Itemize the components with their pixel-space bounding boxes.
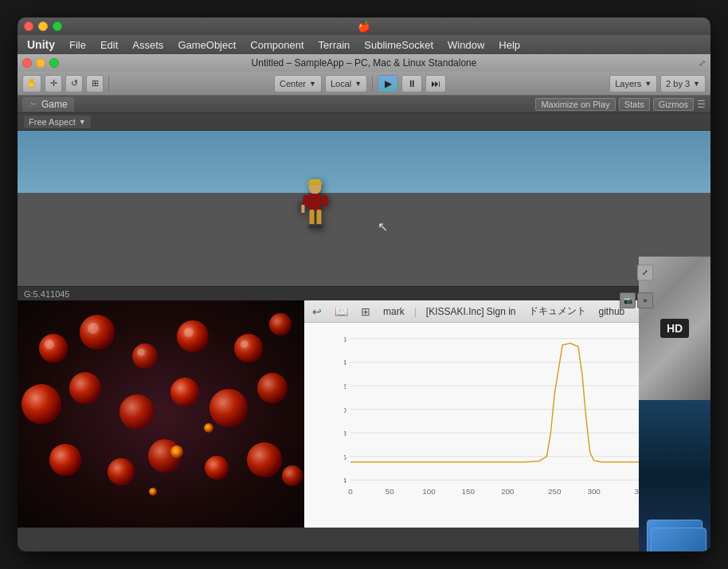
browser-link-kissaki[interactable]: [KISSAKI.Inc] Sign in — [423, 304, 519, 319]
panel-controls: Maximize on Play Stats Gizmos ☰ — [535, 98, 706, 111]
performance-chart: 5.6 5.4 5.2 5.0 4.8 4.6 4.4 0 50 100 150… — [344, 331, 687, 504]
forward-btn[interactable]: » — [637, 292, 653, 308]
nav-grid-icon[interactable]: ⊞ — [358, 304, 374, 320]
maximize-button[interactable] — [53, 22, 62, 31]
svg-point-38 — [241, 340, 249, 348]
aspect-label: Free Aspect — [29, 117, 76, 127]
scale-tool[interactable]: ⊞ — [86, 75, 104, 92]
svg-point-30 — [282, 465, 303, 486]
close-button[interactable] — [24, 22, 33, 31]
menu-gameobject[interactable]: GameObject — [171, 37, 242, 53]
menu-window[interactable]: Window — [441, 37, 491, 53]
svg-point-37 — [184, 328, 194, 337]
mac-title-bar: 🍎 — [18, 18, 710, 35]
layers-label: Layers — [615, 79, 641, 88]
unity-window-controls — [22, 58, 59, 68]
menu-unity[interactable]: Unity — [21, 37, 61, 53]
svg-rect-12 — [18, 300, 304, 528]
svg-rect-4 — [303, 195, 310, 206]
aspect-bar: Free Aspect ▼ — [18, 113, 710, 131]
menu-file[interactable]: File — [63, 37, 92, 53]
unity-close-btn[interactable] — [22, 58, 32, 68]
svg-point-23 — [209, 389, 248, 427]
toolbar-right: Layers ▼ 2 by 3 ▼ — [609, 75, 706, 92]
rotate-tool[interactable]: ↺ — [65, 75, 83, 92]
svg-point-33 — [149, 488, 157, 496]
layout-dropdown[interactable]: 2 by 3 ▼ — [660, 75, 706, 92]
svg-point-25 — [49, 444, 81, 476]
gizmos-btn[interactable]: Gizmos — [653, 98, 694, 111]
svg-point-15 — [132, 343, 158, 369]
move-tool[interactable]: ✛ — [45, 75, 62, 92]
toolbar-sep-1 — [108, 76, 109, 92]
svg-point-28 — [205, 456, 229, 480]
unity-min-btn[interactable] — [36, 58, 45, 68]
svg-rect-8 — [310, 210, 315, 226]
svg-point-17 — [234, 334, 263, 363]
svg-point-13 — [39, 334, 68, 363]
folder-item-2 — [651, 528, 706, 551]
menu-assets[interactable]: Assets — [126, 37, 170, 53]
svg-text:200: 200 — [501, 487, 515, 496]
apple-icon: 🍎 — [358, 21, 370, 33]
layout-arrow-icon: ▼ — [693, 80, 700, 88]
ground-plane — [18, 193, 710, 286]
camera-buttons: 📷 » — [620, 292, 653, 308]
hd-badge: HD — [660, 319, 689, 338]
status-text: G:5.411045 — [24, 289, 70, 299]
nav-book-icon[interactable]: 📖 — [331, 304, 351, 320]
svg-point-21 — [119, 394, 155, 430]
pivot-arrow-icon: ▼ — [309, 80, 316, 88]
svg-point-29 — [247, 442, 282, 477]
layers-dropdown[interactable]: Layers ▼ — [609, 75, 657, 92]
svg-text:4.6: 4.6 — [344, 453, 346, 461]
cursor-icon: ↖ — [378, 219, 388, 234]
sep-1: | — [414, 306, 417, 317]
toolbar-sep-2 — [372, 76, 373, 92]
hand-tool[interactable]: ✋ — [22, 75, 41, 92]
aspect-dropdown[interactable]: Free Aspect ▼ — [24, 116, 91, 128]
panel-menu-icon[interactable]: ☰ — [697, 99, 706, 110]
status-bar: G:5.411045 — [18, 286, 710, 300]
pause-button[interactable]: ⏸ — [401, 75, 422, 92]
layout-label: 2 by 3 — [666, 79, 690, 88]
browser-link-docs[interactable]: ドキュメント — [526, 303, 589, 320]
svg-text:5.6: 5.6 — [344, 335, 346, 343]
layers-arrow-icon: ▼ — [644, 80, 652, 88]
svg-point-11 — [315, 224, 323, 229]
menu-terrain[interactable]: Terrain — [312, 37, 357, 53]
menu-component[interactable]: Component — [244, 37, 310, 53]
pivot-label: Center — [280, 79, 306, 88]
svg-point-35 — [88, 323, 99, 334]
svg-text:5.2: 5.2 — [344, 382, 346, 390]
expand-icon[interactable]: ⤢ — [699, 58, 706, 69]
svg-point-10 — [308, 224, 316, 229]
menu-help[interactable]: Help — [492, 37, 526, 53]
toolbar-center: Center ▼ Local ▼ ▶ ⏸ ⏭ — [114, 75, 606, 92]
stats-btn[interactable]: Stats — [619, 98, 650, 111]
step-button[interactable]: ⏭ — [425, 75, 446, 92]
menu-edit[interactable]: Edit — [94, 37, 124, 53]
pivot-dropdown[interactable]: Center ▼ — [274, 75, 322, 92]
aspect-arrow-icon: ▼ — [79, 118, 86, 126]
minimize-button[interactable] — [38, 22, 48, 31]
coord-label: Local — [331, 79, 351, 88]
menu-sublimesocket[interactable]: SublimeSocket — [358, 37, 440, 53]
maximize-on-play-btn[interactable]: Maximize on Play — [535, 98, 615, 111]
browser-link-mark[interactable]: mark — [380, 304, 408, 319]
svg-point-32 — [204, 423, 213, 433]
nav-back-btn[interactable]: ↩ — [309, 304, 325, 320]
svg-text:300: 300 — [587, 487, 601, 496]
coord-dropdown[interactable]: Local ▼ — [325, 75, 367, 92]
svg-text:5.4: 5.4 — [344, 358, 346, 367]
svg-point-18 — [269, 313, 292, 336]
svg-point-20 — [69, 372, 101, 404]
svg-point-22 — [170, 378, 199, 406]
camera-btn[interactable]: 📷 — [620, 292, 636, 308]
svg-text:150: 150 — [462, 487, 476, 496]
game-tab[interactable]: 🎮 Game — [22, 97, 74, 112]
expand-side-btn[interactable]: ⤢ — [637, 265, 653, 281]
unity-max-btn[interactable] — [49, 58, 59, 68]
game-icon: 🎮 — [29, 100, 38, 108]
play-button[interactable]: ▶ — [378, 75, 398, 92]
